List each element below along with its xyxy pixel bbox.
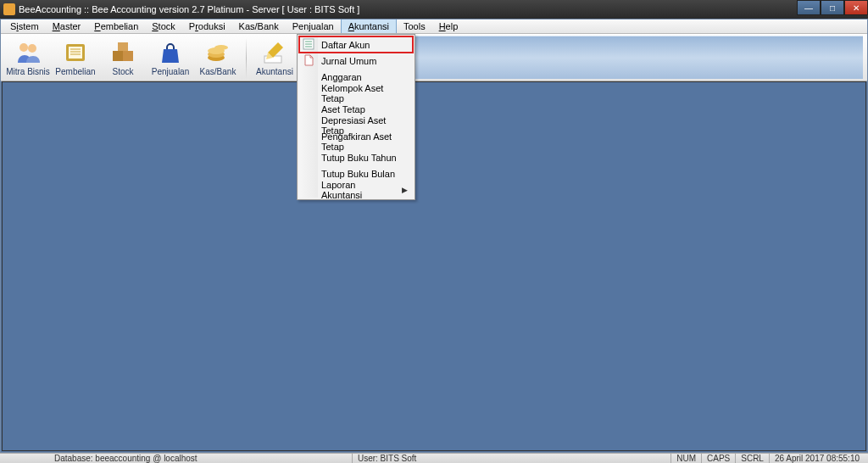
menu-item-label: Kelompok Aset Tetap xyxy=(321,83,398,103)
menu-sistem[interactable]: Sistem xyxy=(3,19,46,33)
window-controls: — □ ✕ xyxy=(797,0,868,15)
status-scrl: SCRL xyxy=(735,454,769,463)
menu-penjualan[interactable]: Penjualan xyxy=(286,19,341,33)
menu-item-pengafkiranasettetap[interactable]: Pengafkiran Aset Tetap xyxy=(299,133,413,149)
toolbar-label: Kas/Bank xyxy=(200,67,236,76)
menu-help[interactable]: Help xyxy=(432,19,465,33)
pencil-icon xyxy=(261,39,288,66)
app-icon xyxy=(3,3,15,15)
menu-produksi[interactable]: Produksi xyxy=(182,19,232,33)
menu-item-daftarakun[interactable]: Daftar Akun xyxy=(299,36,413,53)
workspace xyxy=(2,81,866,451)
toolbar-pembelian[interactable]: Pembelian xyxy=(53,36,98,79)
svg-point-0 xyxy=(19,43,28,52)
boxes-icon xyxy=(109,39,136,66)
menu-kasbank[interactable]: Kas/Bank xyxy=(232,19,286,33)
menu-item-label: Aset Tetap xyxy=(321,104,365,114)
toolbar-stock[interactable]: Stock xyxy=(100,36,146,79)
svg-point-1 xyxy=(28,44,36,53)
doc-icon xyxy=(303,54,314,66)
menu-pembelian[interactable]: Pembelian xyxy=(87,19,145,33)
menu-master[interactable]: Master xyxy=(46,19,88,33)
svg-rect-3 xyxy=(69,47,82,59)
menu-item-label: Laporan Akuntansi xyxy=(321,180,398,200)
status-database: Database: beeaccounting @ localhost xyxy=(3,454,203,463)
window-title: BeeAccounting :: Bee Accounting version … xyxy=(19,4,359,14)
menu-item-jurnalumum[interactable]: Jurnal Umum xyxy=(299,53,413,69)
menu-item-label: Pengafkiran Aset Tetap xyxy=(321,131,398,152)
submenu-arrow-icon: ▶ xyxy=(402,186,408,194)
minimize-button[interactable]: — xyxy=(797,0,821,15)
toolbar-label: Penjualan xyxy=(152,67,189,76)
toolbar-penjualan[interactable]: Penjualan xyxy=(147,36,193,79)
list-icon xyxy=(303,38,314,50)
menu-item-label: Jurnal Umum xyxy=(321,56,376,66)
toolbar-akuntansi[interactable]: Akuntansi xyxy=(252,36,298,79)
toolbar-label: Pembelian xyxy=(55,67,95,76)
toolbar-mitrabisnis[interactable]: Mitra Bisnis xyxy=(5,36,51,79)
menubar: SistemMasterPembelianStockProduksiKas/Ba… xyxy=(0,19,868,34)
book-icon xyxy=(62,39,89,66)
akuntansi-dropdown: Daftar AkunJurnal UmumAnggaranKelompok A… xyxy=(297,34,415,200)
toolbar-label: Akuntansi xyxy=(256,67,293,76)
toolbar: Mitra BisnisPembelianStockPenjualanKas/B… xyxy=(0,34,868,81)
menu-item-label: Tutup Buku Bulan xyxy=(321,169,395,179)
status-num: NUM xyxy=(670,454,701,463)
menu-item-label: Daftar Akun xyxy=(321,40,370,50)
close-button[interactable]: ✕ xyxy=(844,0,868,15)
svg-point-13 xyxy=(214,45,228,50)
titlebar: BeeAccounting :: Bee Accounting version … xyxy=(0,0,868,19)
status-user: User: BITS Soft xyxy=(352,454,521,463)
menu-tools[interactable]: Tools xyxy=(397,19,432,33)
people-icon xyxy=(14,39,42,66)
maximize-button[interactable]: □ xyxy=(821,0,844,15)
status-datetime: 26 April 2017 08:55:10 xyxy=(769,454,865,463)
menu-stock[interactable]: Stock xyxy=(145,19,182,33)
svg-rect-8 xyxy=(123,51,133,61)
menu-item-label: Tutup Buku Tahun xyxy=(321,153,397,163)
menu-akuntansi[interactable]: Akuntansi xyxy=(341,18,397,33)
toolbar-label: Mitra Bisnis xyxy=(6,67,50,76)
menu-item-laporanakuntansi[interactable]: Laporan Akuntansi▶ xyxy=(299,181,413,198)
toolbar-kasbank[interactable]: Kas/Bank xyxy=(195,36,241,79)
menu-item-kelompokasettetap[interactable]: Kelompok Aset Tetap xyxy=(299,85,413,101)
bag-icon xyxy=(157,39,184,66)
statusbar: Database: beeaccounting @ localhost User… xyxy=(0,453,868,463)
status-caps: CAPS xyxy=(701,454,735,463)
toolbar-label: Stock xyxy=(112,67,133,76)
menu-item-tutupbukutahun[interactable]: Tutup Buku Tahun xyxy=(299,149,413,165)
coins-icon xyxy=(204,39,231,66)
svg-rect-7 xyxy=(113,51,123,61)
menu-item-label: Anggaran xyxy=(321,72,362,82)
svg-rect-9 xyxy=(118,42,128,51)
